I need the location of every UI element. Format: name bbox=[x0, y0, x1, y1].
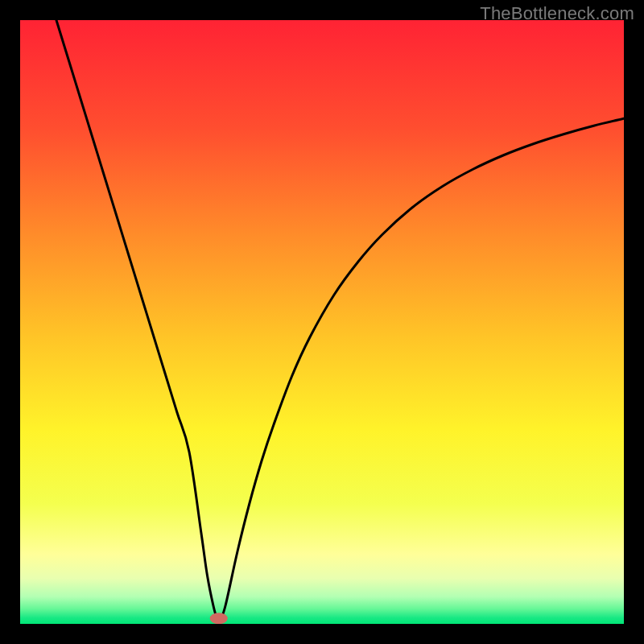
chart-background bbox=[20, 20, 624, 624]
watermark-text: TheBottleneck.com bbox=[480, 3, 634, 24]
chart-frame bbox=[20, 20, 624, 624]
chart-svg bbox=[20, 20, 624, 624]
optimal-marker bbox=[210, 613, 228, 624]
